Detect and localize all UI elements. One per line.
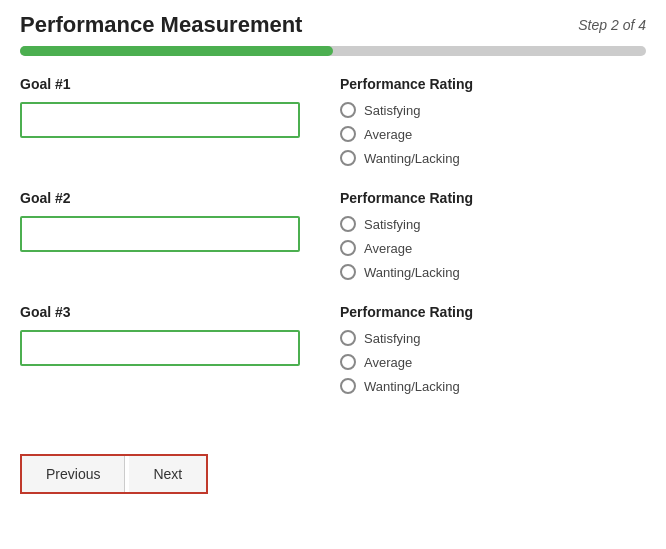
goal-left-1: Goal #1 <box>20 76 320 170</box>
goal-left-3: Goal #3 <box>20 304 320 398</box>
progress-bar-fill <box>20 46 333 56</box>
next-button[interactable]: Next <box>129 456 206 492</box>
progress-bar <box>20 46 646 56</box>
goal-label-2: Goal #2 <box>20 190 320 206</box>
radio-label-1-0: Satisfying <box>364 103 420 118</box>
step-indicator: Step 2 of 4 <box>578 17 646 33</box>
radio-option-3-2[interactable]: Wanting/Lacking <box>340 378 646 394</box>
radio-input-1-1[interactable] <box>340 126 356 142</box>
radio-input-3-2[interactable] <box>340 378 356 394</box>
radio-option-3-0[interactable]: Satisfying <box>340 330 646 346</box>
goal-input-3[interactable] <box>20 330 300 366</box>
radio-input-3-1[interactable] <box>340 354 356 370</box>
rating-section-2: Performance RatingSatisfyingAverageWanti… <box>340 190 646 284</box>
radio-label-2-2: Wanting/Lacking <box>364 265 460 280</box>
radio-option-1-0[interactable]: Satisfying <box>340 102 646 118</box>
goal-input-1[interactable] <box>20 102 300 138</box>
radio-label-1-2: Wanting/Lacking <box>364 151 460 166</box>
radio-label-2-1: Average <box>364 241 412 256</box>
radio-input-1-2[interactable] <box>340 150 356 166</box>
radio-label-1-1: Average <box>364 127 412 142</box>
rating-title-1: Performance Rating <box>340 76 646 92</box>
radio-input-2-2[interactable] <box>340 264 356 280</box>
radio-option-3-1[interactable]: Average <box>340 354 646 370</box>
rating-title-3: Performance Rating <box>340 304 646 320</box>
radio-option-1-2[interactable]: Wanting/Lacking <box>340 150 646 166</box>
radio-input-1-0[interactable] <box>340 102 356 118</box>
rating-section-3: Performance RatingSatisfyingAverageWanti… <box>340 304 646 398</box>
radio-input-2-1[interactable] <box>340 240 356 256</box>
goal-row-2: Goal #2Performance RatingSatisfyingAvera… <box>20 190 646 284</box>
page-title: Performance Measurement <box>20 12 302 38</box>
rating-section-1: Performance RatingSatisfyingAverageWanti… <box>340 76 646 170</box>
radio-label-2-0: Satisfying <box>364 217 420 232</box>
radio-label-3-2: Wanting/Lacking <box>364 379 460 394</box>
radio-label-3-1: Average <box>364 355 412 370</box>
radio-input-2-0[interactable] <box>340 216 356 232</box>
goal-row-3: Goal #3Performance RatingSatisfyingAvera… <box>20 304 646 398</box>
radio-label-3-0: Satisfying <box>364 331 420 346</box>
buttons-wrapper: Previous Next <box>20 426 646 494</box>
radio-option-2-1[interactable]: Average <box>340 240 646 256</box>
radio-input-3-0[interactable] <box>340 330 356 346</box>
goal-label-3: Goal #3 <box>20 304 320 320</box>
radio-option-1-1[interactable]: Average <box>340 126 646 142</box>
rating-title-2: Performance Rating <box>340 190 646 206</box>
goal-input-2[interactable] <box>20 216 300 252</box>
previous-button[interactable]: Previous <box>22 456 125 492</box>
goals-section: Goal #1Performance RatingSatisfyingAvera… <box>20 76 646 398</box>
goal-row-1: Goal #1Performance RatingSatisfyingAvera… <box>20 76 646 170</box>
button-row: Previous Next <box>20 454 208 494</box>
radio-option-2-0[interactable]: Satisfying <box>340 216 646 232</box>
radio-option-2-2[interactable]: Wanting/Lacking <box>340 264 646 280</box>
goal-label-1: Goal #1 <box>20 76 320 92</box>
goal-left-2: Goal #2 <box>20 190 320 284</box>
